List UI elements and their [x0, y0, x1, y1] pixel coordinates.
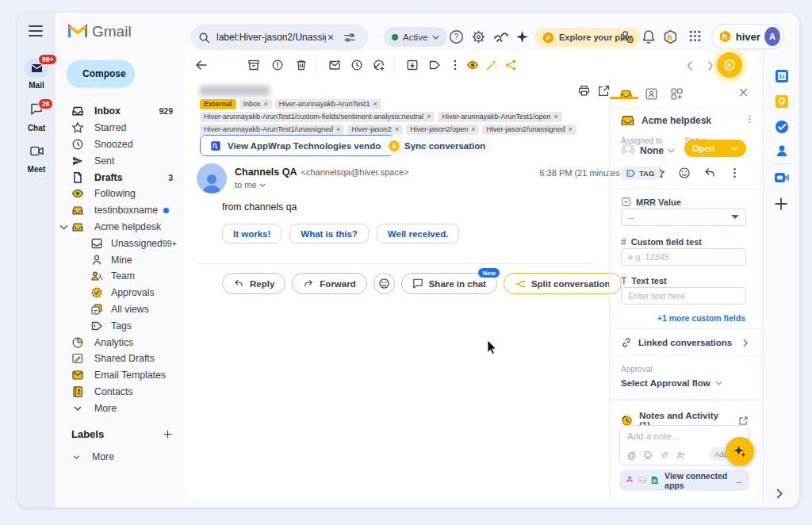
mark-unread-button[interactable] — [328, 59, 341, 71]
snooze-button[interactable] — [350, 59, 363, 71]
hiver-automations-icon[interactable] — [494, 32, 510, 48]
label-chip[interactable]: Hiver-arunnayakb-ArunTest1/unassigned× — [200, 125, 344, 135]
sidebar-item-more[interactable]: More — [56, 400, 181, 416]
hiver-follow-eye-button[interactable] — [466, 59, 479, 71]
hiver-panel-toggle-fab[interactable] — [717, 52, 742, 78]
smart-reply-button[interactable]: Well received. — [377, 224, 460, 243]
view-vendor-button[interactable]: View AppWrap Technologies vendor — [200, 135, 395, 156]
remove-label-icon[interactable]: × — [395, 125, 399, 135]
sender-avatar[interactable] — [197, 163, 227, 194]
label-chip[interactable]: Hiver-arunnayakb-ArunTest1/open× — [438, 112, 561, 122]
gemini-sparkle-icon[interactable] — [515, 30, 531, 46]
reply-button[interactable]: Reply — [222, 273, 285, 294]
label-chip[interactable]: Hiver-jason2/unassigned× — [482, 125, 576, 135]
label-button[interactable] — [428, 59, 441, 71]
notifications-bell-icon[interactable] — [642, 29, 657, 45]
sidebar-item-mine[interactable]: Mine — [56, 251, 181, 268]
add-to-tasks-button[interactable] — [373, 59, 385, 71]
google-apps-grid-icon[interactable] — [688, 29, 704, 45]
custom-field-input[interactable] — [621, 248, 746, 266]
add-person-icon[interactable] — [676, 450, 686, 460]
remove-label-icon[interactable]: × — [553, 112, 557, 122]
older-conversation-button[interactable] — [704, 59, 717, 72]
attachment-icon[interactable] — [660, 450, 668, 460]
search-bar[interactable]: × — [190, 25, 368, 50]
sidebar-item-team[interactable]: Team — [56, 268, 181, 285]
forward-button[interactable]: Forward — [292, 273, 366, 294]
delete-button[interactable] — [295, 59, 308, 71]
smart-reply-button[interactable]: What is this? — [289, 224, 369, 243]
sidebar-item-following[interactable]: Following — [56, 186, 181, 202]
collapse-rail-button[interactable] — [776, 489, 792, 504]
linked-conversations-row[interactable]: Linked conversations — [621, 337, 749, 348]
sidebar-item-drafts[interactable]: Drafts3 — [56, 169, 181, 186]
smart-reply-button[interactable]: It works! — [222, 224, 282, 243]
user-activity-icon[interactable] — [619, 29, 635, 45]
sidebar-item-starred[interactable]: Starred — [56, 120, 181, 136]
hiver-share-button[interactable] — [504, 59, 517, 71]
clear-search-icon[interactable]: × — [327, 31, 334, 44]
label-chip[interactable]: Hiver-jason2/open× — [406, 125, 479, 135]
add-addon-button[interactable] — [774, 197, 790, 213]
label-chip[interactable]: Inbox× — [239, 99, 272, 109]
settings-gear-button[interactable] — [471, 29, 487, 45]
availability-status-dropdown[interactable]: Active — [384, 27, 447, 47]
remove-label-icon[interactable]: × — [471, 125, 475, 135]
newer-conversation-button[interactable] — [684, 59, 696, 72]
hiver-magic-wand-button[interactable] — [485, 59, 498, 71]
sidebar-item-tags[interactable]: Tags — [56, 317, 181, 334]
search-input[interactable] — [216, 32, 326, 43]
text-field-input[interactable] — [621, 287, 746, 305]
sidebar-item-sent[interactable]: Sent — [56, 152, 181, 169]
hiver-extension-icon[interactable] — [663, 29, 679, 45]
add-reaction-button[interactable] — [373, 273, 395, 294]
remove-label-icon[interactable]: × — [569, 125, 573, 135]
note-input[interactable] — [627, 431, 738, 441]
tab-integrations[interactable] — [670, 87, 684, 101]
search-filters-icon[interactable] — [343, 32, 355, 44]
more-options-button[interactable] — [449, 59, 462, 71]
hiver-ai-fab[interactable] — [726, 437, 754, 466]
hiver-account-pill[interactable]: hiver A — [711, 24, 784, 49]
remove-label-icon[interactable]: × — [427, 112, 431, 122]
sidebar-item-approvals[interactable]: Approvals — [56, 285, 181, 301]
move-to-button[interactable] — [406, 59, 419, 71]
close-panel-button[interactable] — [738, 87, 749, 101]
label-chip[interactable]: Hiver-jason2× — [347, 125, 403, 135]
remove-label-icon[interactable]: × — [373, 99, 377, 109]
status-dropdown[interactable]: Open — [684, 140, 746, 157]
sidebar-item-contacts[interactable]: Contacts — [56, 384, 181, 400]
sidebar-item-acme-helpdesk[interactable]: Acme helpdesk — [56, 219, 181, 236]
approval-flow-select[interactable]: Select Approval flow — [621, 378, 722, 388]
share-in-chat-button[interactable]: Share in chat New — [401, 273, 497, 294]
recipient-row[interactable]: to me — [235, 180, 266, 190]
help-button[interactable]: ? — [449, 29, 465, 45]
user-avatar[interactable]: A — [764, 27, 780, 46]
label-chip[interactable]: Hiver-arunnayakb-ArunTest1/custom-fields… — [200, 112, 435, 122]
report-spam-button[interactable] — [271, 59, 284, 71]
sidebar-item-inbox[interactable]: Inbox929 — [56, 103, 181, 120]
sidebar-item-email-templates[interactable]: Email Templates — [56, 367, 181, 384]
add-tag-button[interactable]: TAG — [621, 167, 660, 180]
mrr-value-select[interactable]: -- — [621, 209, 746, 226]
labels-more-toggle[interactable]: More — [56, 449, 114, 465]
meet-addon-button[interactable] — [774, 171, 790, 187]
sidebar-item-unassigned[interactable]: Unassigned99+ — [56, 235, 181, 251]
mention-icon[interactable]: @ — [627, 450, 636, 460]
contacts-app-button[interactable] — [774, 143, 790, 159]
sidebar-item-testinboxname[interactable]: testinboxname — [56, 202, 181, 219]
split-conversation-button[interactable]: Split conversation — [504, 273, 622, 294]
sidebar-item-snoozed[interactable]: Snoozed — [56, 136, 181, 153]
emoji-icon[interactable] — [643, 450, 653, 460]
tab-contact-profile[interactable] — [645, 87, 658, 101]
sync-conversation-button[interactable]: + Sync conversation — [381, 136, 493, 155]
open-activity-icon[interactable] — [738, 416, 749, 426]
back-button[interactable] — [195, 59, 208, 71]
more-custom-fields-link[interactable]: +1 more custom fields — [657, 313, 745, 323]
remove-label-icon[interactable]: × — [336, 125, 340, 135]
create-label-button[interactable] — [163, 429, 178, 439]
assignee-dropdown[interactable]: None — [640, 145, 675, 156]
calendar-app-button[interactable]: 31 — [774, 68, 790, 84]
remove-label-icon[interactable]: × — [264, 99, 268, 109]
sidebar-item-all-views[interactable]: All views — [56, 301, 181, 318]
